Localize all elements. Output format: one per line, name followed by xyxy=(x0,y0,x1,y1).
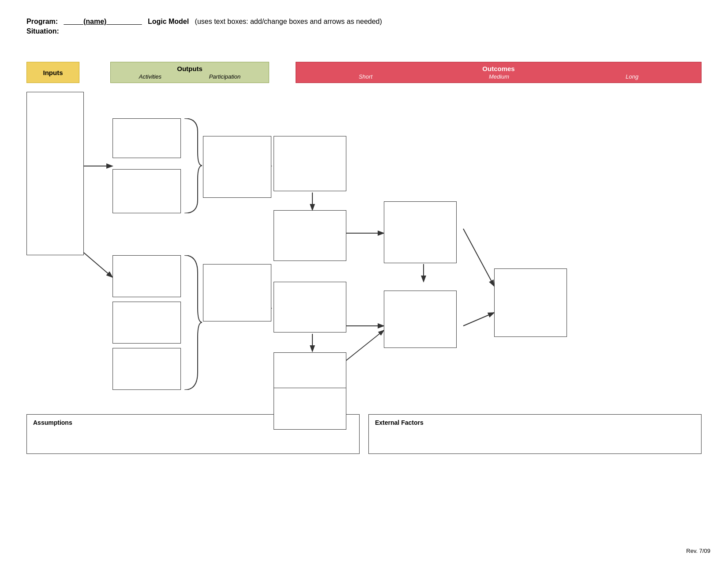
outcomes-sub3: Long xyxy=(626,73,638,80)
medium-box-2[interactable] xyxy=(384,291,457,348)
curly-brace-bottom xyxy=(180,255,204,390)
outcomes-main-label: Outcomes xyxy=(482,65,514,72)
hint-text: (uses text boxes: add/change boxes and a… xyxy=(195,18,382,25)
curly-brace-top xyxy=(180,118,204,213)
svg-line-7 xyxy=(82,251,113,277)
outcomes-sub1: Short xyxy=(359,73,372,80)
activity-box-5[interactable] xyxy=(113,348,181,390)
external-factors-label: External Factors xyxy=(375,419,695,426)
header-line1: Program: _____(name)_________ Logic Mode… xyxy=(26,18,702,26)
long-box[interactable] xyxy=(494,268,567,337)
outcomes-header: Outcomes Short Medium Long xyxy=(296,62,702,83)
activity-box-4[interactable] xyxy=(113,302,181,344)
program-name[interactable]: _____(name)_________ xyxy=(64,18,142,25)
svg-line-13 xyxy=(340,330,384,366)
outcomes-sub2: Medium xyxy=(489,73,509,80)
inputs-header: Inputs xyxy=(26,62,79,83)
header: Program: _____(name)_________ Logic Mode… xyxy=(26,18,702,35)
short-box-5[interactable] xyxy=(274,388,346,430)
revision-label: Rev. 7/09 xyxy=(686,548,710,554)
short-box-3[interactable] xyxy=(274,282,346,333)
participation-box-1[interactable] xyxy=(203,136,271,198)
page: Program: _____(name)_________ Logic Mode… xyxy=(0,0,728,563)
situation-label: Situation: xyxy=(26,27,702,35)
bottom-section: Assumptions External Factors xyxy=(26,414,702,454)
program-label: Program: xyxy=(26,18,58,25)
diagram xyxy=(26,92,702,401)
column-headers: Inputs Outputs Activities Participation … xyxy=(26,62,702,83)
outputs-header: Outputs Activities Participation xyxy=(110,62,269,83)
activity-box-1[interactable] xyxy=(113,118,181,158)
short-box-2[interactable] xyxy=(274,210,346,261)
external-factors-box[interactable]: External Factors xyxy=(368,414,702,454)
participation-box-2[interactable] xyxy=(203,264,271,321)
outputs-main-label: Outputs xyxy=(177,65,203,72)
activity-box-2[interactable] xyxy=(113,169,181,213)
outputs-sub1: Activities xyxy=(139,73,161,80)
medium-box-1[interactable] xyxy=(384,201,457,263)
logic-label: Logic Model xyxy=(148,18,189,25)
activity-box-3[interactable] xyxy=(113,255,181,297)
svg-line-11 xyxy=(463,313,494,326)
inputs-box[interactable] xyxy=(26,92,84,255)
short-box-1[interactable] xyxy=(274,136,346,191)
svg-line-6 xyxy=(463,229,494,286)
outputs-sub2: Participation xyxy=(209,73,241,80)
